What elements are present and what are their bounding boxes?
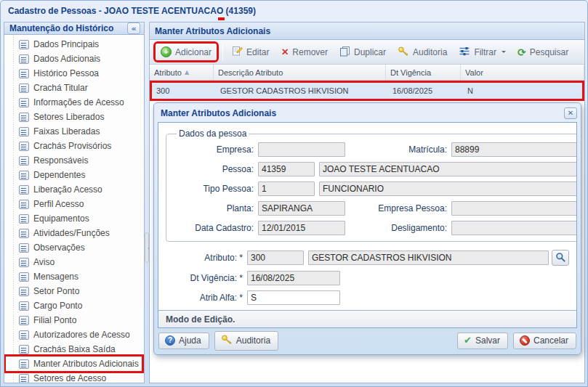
auditoria-button[interactable]: Auditoria [392, 43, 452, 62]
form-icon [19, 316, 29, 325]
sidebar-panel: Manutenção do Histórico « Dados Principa… [4, 22, 145, 383]
data-cadastro-label: Data Cadastro: [174, 223, 258, 233]
magnifier-icon [555, 252, 565, 264]
ajuda-button[interactable]: ? Ajuda [158, 333, 209, 349]
close-icon[interactable]: ✕ [564, 107, 577, 119]
column-header-valor[interactable]: Valor [461, 65, 584, 80]
collapse-sidebar-icon[interactable]: « [127, 23, 140, 34]
highlighted-row-annotation: 300 GESTOR CADASTROS HIKVISION 16/08/202… [150, 81, 584, 101]
form-icon [19, 374, 29, 383]
editar-button[interactable]: Editar [227, 43, 274, 62]
column-header-dt-vigencia[interactable]: Dt Vigência [386, 65, 461, 80]
app-window: { "window": { "title": "Cadastro de Pess… [0, 0, 588, 387]
data-cadastro-field[interactable] [258, 221, 345, 235]
sidebar-item-dados-principais[interactable]: Dados Principais [4, 37, 144, 52]
form-icon [19, 171, 29, 180]
remove-x-icon: ✕ [281, 47, 289, 57]
dialog-manter-atributos-adicionais: Manter Atributos Adicionais ✕ Dados da p… [153, 102, 581, 355]
empresa-field[interactable] [258, 142, 345, 157]
planta-field[interactable] [258, 201, 345, 216]
sidebar-item-filial-ponto[interactable]: Filial Ponto [4, 313, 144, 327]
sidebar-item-perfil-acesso[interactable]: Perfil Acesso [4, 197, 144, 211]
form-icon [19, 359, 29, 369]
sidebar-item-equipamentos[interactable]: Equipamentos [4, 211, 144, 226]
cancelar-button[interactable]: Cancelar [513, 333, 576, 349]
atributo-code-field[interactable] [247, 250, 304, 265]
dialog-form: Dados da pessoa Empresa: Matrícula: Pess… [158, 123, 576, 310]
atrib-alfa-field[interactable] [247, 290, 340, 305]
atributo-desc-field[interactable] [308, 250, 549, 265]
sidebar-header: Manutenção do Histórico « [4, 23, 144, 35]
dt-vigencia-label: Dt Vigência: * [166, 273, 247, 283]
sidebar-item-crachas-baixa-saida[interactable]: Crachás Baixa Saída [4, 342, 144, 357]
dt-vigencia-field[interactable] [247, 271, 340, 285]
sidebar-item-aviso[interactable]: Aviso [4, 255, 144, 269]
sidebar-item-setor-ponto[interactable]: Setor Ponto [4, 284, 144, 298]
pessoa-code-field[interactable] [258, 162, 315, 176]
sidebar-item-historico-pessoa[interactable]: Histórico Pessoa [4, 66, 144, 81]
key-icon [398, 46, 409, 59]
form-icon [19, 98, 29, 107]
grid-header: Atributo ▲ Descrição Atributo Dt Vigênci… [150, 65, 584, 81]
column-header-atributo[interactable]: Atributo ▲ [150, 65, 214, 80]
table-row[interactable]: 300 GESTOR CADASTROS HIKVISION 16/08/202… [152, 83, 582, 99]
sidebar-item-faixas-liberadas[interactable]: Faixas Liberadas [4, 124, 144, 139]
tipo-pessoa-name-field[interactable] [319, 182, 577, 196]
sort-asc-icon: ▲ [185, 69, 189, 76]
sidebar-item-observacoes[interactable]: Observações [4, 240, 144, 255]
key-icon [221, 334, 233, 347]
cancel-icon [520, 335, 530, 346]
edit-pencil-icon [232, 46, 243, 59]
adicionar-button[interactable]: + Adicionar [156, 44, 217, 60]
annotation-artifact [218, 17, 225, 20]
salvar-button[interactable]: ✔ Salvar [457, 333, 508, 349]
sidebar-item-cracha-titular[interactable]: Crachá Titular [4, 81, 144, 95]
form-icon [19, 185, 29, 195]
check-icon: ✔ [464, 335, 472, 345]
form-icon [19, 272, 29, 282]
sidebar-menu: Dados Principais Dados Adicionais Histór… [4, 35, 144, 383]
matricula-field[interactable] [451, 142, 577, 157]
duplicar-button[interactable]: Duplicar [334, 43, 391, 62]
filtrar-button[interactable]: Filtrar [454, 43, 511, 62]
sidebar-item-atividades-funcoes[interactable]: Atividades/Funções [4, 226, 144, 240]
empresa-pessoa-field[interactable] [451, 201, 577, 216]
dialog-footer: ? Ajuda Auditoria ✔ Salvar Cancelar [154, 328, 581, 353]
form-icon [19, 330, 29, 340]
sidebar-item-cargo-ponto[interactable]: Cargo Ponto [4, 298, 144, 313]
sidebar-item-autorizadores-de-acesso[interactable]: Autorizadores de Acesso [4, 327, 144, 342]
sidebar-item-dependentes[interactable]: Dependentes [4, 168, 144, 182]
desligamento-field[interactable] [451, 221, 577, 235]
sidebar-item-setores-liberados[interactable]: Setores Liberados [4, 110, 144, 124]
form-icon [19, 113, 29, 122]
sidebar-item-dados-adicionais[interactable]: Dados Adicionais [4, 52, 144, 66]
add-icon: + [161, 46, 172, 57]
form-icon [19, 127, 29, 137]
sidebar-item-responsaveis[interactable]: Responsáveis [4, 153, 144, 168]
sidebar-item-informacoes-de-acesso[interactable]: Informações de Acesso [4, 95, 144, 110]
tipo-pessoa-code-field[interactable] [258, 182, 315, 196]
window-title: Cadastro de Pessoas - JOAO TESTE ACENTUA… [8, 6, 256, 16]
remover-button[interactable]: ✕ Remover [275, 44, 333, 60]
form-icon [19, 54, 29, 64]
tipo-pessoa-label: Tipo Pessoa: [174, 184, 258, 194]
pesquisar-button[interactable]: ⟳ Pesquisar [512, 44, 573, 60]
atributo-lookup-button[interactable] [552, 250, 569, 266]
sidebar-item-mensagens[interactable]: Mensagens [4, 269, 144, 284]
form-icon [19, 243, 29, 253]
sidebar-item-crachas-provisorios[interactable]: Crachás Provisórios [4, 139, 144, 153]
refresh-icon: ⟳ [517, 47, 526, 57]
planta-label: Planta: [174, 203, 258, 213]
main-panel-header: Manter Atributos Adicionais [150, 23, 584, 40]
sidebar-title: Manutenção do Histórico [9, 23, 113, 33]
window-titlebar: Cadastro de Pessoas - JOAO TESTE ACENTUA… [1, 1, 587, 21]
pessoa-name-field[interactable] [319, 162, 577, 176]
auditoria-dialog-button[interactable]: Auditoria [214, 331, 278, 351]
dialog-header[interactable]: Manter Atributos Adicionais ✕ [154, 103, 581, 121]
column-header-descricao-atributo[interactable]: Descrição Atributo [214, 65, 386, 80]
sidebar-item-manter-atributos-adicionais[interactable]: Manter Atributos Adicionais [6, 357, 142, 371]
sidebar-item-liberacao-acesso[interactable]: Liberação Acesso [4, 182, 144, 197]
form-icon [19, 156, 29, 166]
form-icon [19, 214, 29, 224]
sidebar-item-setores-de-acesso[interactable]: Setores de Acesso [4, 371, 144, 383]
